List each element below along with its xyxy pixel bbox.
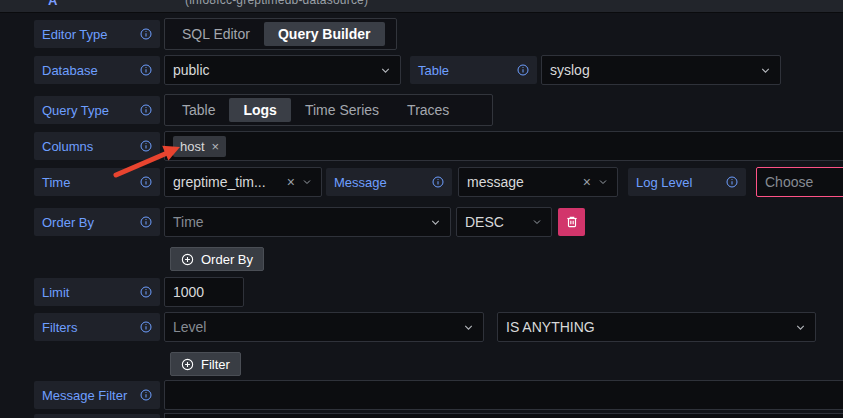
chevron-down-icon bbox=[379, 64, 392, 77]
message-filter-input[interactable] bbox=[164, 380, 843, 410]
query-type-option-logs[interactable]: Logs bbox=[229, 98, 290, 122]
chevron-down-icon bbox=[429, 216, 442, 229]
order-by-direction-select[interactable]: DESC bbox=[456, 207, 552, 237]
info-icon[interactable] bbox=[140, 140, 152, 152]
limit-label: Limit bbox=[34, 278, 160, 306]
next-row-label-partial bbox=[34, 414, 160, 418]
time-label: Time bbox=[34, 168, 160, 196]
clear-icon[interactable]: × bbox=[287, 175, 295, 189]
query-type-option-traces[interactable]: Traces bbox=[393, 98, 463, 122]
query-type-option-table[interactable]: Table bbox=[168, 98, 229, 122]
info-icon[interactable] bbox=[432, 176, 444, 188]
editor-type-option-query-builder[interactable]: Query Builder bbox=[264, 22, 385, 46]
add-order-by-button[interactable]: Order By bbox=[170, 247, 264, 271]
message-filter-label: Message Filter bbox=[34, 381, 160, 409]
table-label: Table bbox=[410, 56, 537, 84]
filters-label: Filters bbox=[34, 313, 160, 341]
info-icon[interactable] bbox=[726, 176, 738, 188]
filter-field-select[interactable]: Level bbox=[164, 312, 484, 342]
log-level-label: Log Level bbox=[628, 168, 746, 196]
info-icon[interactable] bbox=[140, 389, 152, 401]
info-icon[interactable] bbox=[140, 216, 152, 228]
order-by-field-select[interactable]: Time bbox=[164, 207, 451, 237]
remove-order-by-button[interactable] bbox=[558, 208, 585, 236]
editor-type-option-sql-editor[interactable]: SQL Editor bbox=[168, 22, 264, 46]
chevron-down-icon bbox=[462, 321, 475, 334]
chevron-down-icon bbox=[794, 321, 807, 334]
order-by-label: Order By bbox=[34, 208, 160, 236]
editor-type-label: Editor Type bbox=[34, 20, 160, 48]
remove-tag-icon[interactable]: × bbox=[212, 140, 220, 153]
chevron-down-icon bbox=[301, 176, 313, 188]
query-editor: A (info8fcc-greptimedb-datasource) Edito… bbox=[0, 0, 843, 418]
log-level-select[interactable]: Choose bbox=[756, 167, 843, 197]
clear-icon[interactable]: × bbox=[583, 175, 591, 189]
message-column-select[interactable]: message × bbox=[458, 167, 618, 197]
columns-multiselect[interactable]: host × bbox=[164, 131, 843, 161]
query-row-header[interactable]: A (info8fcc-greptimedb-datasource) bbox=[0, 0, 843, 13]
query-type-group: Table Logs Time Series Traces bbox=[164, 94, 493, 126]
chevron-down-icon bbox=[759, 64, 772, 77]
column-tag-host: host × bbox=[173, 136, 226, 157]
info-icon[interactable] bbox=[517, 64, 529, 76]
plus-circle-icon bbox=[181, 358, 194, 371]
chevron-down-icon bbox=[531, 216, 543, 228]
limit-input[interactable] bbox=[164, 277, 244, 307]
info-icon[interactable] bbox=[140, 28, 152, 40]
database-label: Database bbox=[34, 56, 160, 84]
info-icon[interactable] bbox=[140, 176, 152, 188]
database-select[interactable]: public bbox=[164, 55, 401, 85]
datasource-name: (info8fcc-greptimedb-datasource) bbox=[185, 0, 368, 7]
columns-label: Columns bbox=[34, 132, 160, 160]
plus-circle-icon bbox=[181, 253, 194, 266]
filter-operator-select[interactable]: IS ANYTHING bbox=[497, 312, 816, 342]
message-label: Message bbox=[326, 168, 452, 196]
trash-icon bbox=[565, 215, 579, 229]
add-filter-button[interactable]: Filter bbox=[170, 352, 241, 376]
table-select[interactable]: syslog bbox=[541, 55, 781, 85]
info-icon[interactable] bbox=[140, 321, 152, 333]
next-row-input-partial bbox=[164, 413, 843, 418]
editor-type-group: SQL Editor Query Builder bbox=[164, 18, 397, 50]
query-type-option-time-series[interactable]: Time Series bbox=[291, 98, 393, 122]
query-ref-id: A bbox=[48, 0, 57, 8]
info-icon[interactable] bbox=[140, 64, 152, 76]
query-type-label: Query Type bbox=[34, 96, 160, 124]
info-icon[interactable] bbox=[140, 286, 152, 298]
time-column-select[interactable]: greptime_tim... × bbox=[164, 167, 322, 197]
info-icon[interactable] bbox=[140, 104, 152, 116]
chevron-down-icon bbox=[597, 176, 609, 188]
